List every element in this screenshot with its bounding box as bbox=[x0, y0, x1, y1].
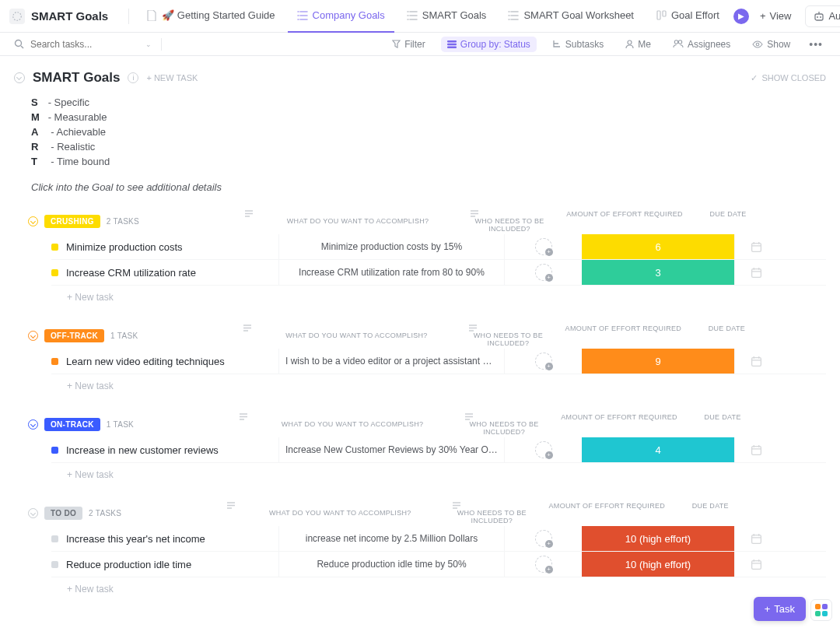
add-view-button[interactable]: + View bbox=[752, 6, 800, 26]
collapse-group[interactable] bbox=[28, 508, 38, 518]
cell-due-date[interactable] bbox=[734, 552, 777, 577]
cell-accomplish[interactable]: Increase New Customer Reviews by 30% Yea… bbox=[278, 437, 504, 462]
col-due[interactable]: DUE DATE bbox=[695, 413, 750, 436]
tab-company-goals[interactable]: Company Goals bbox=[288, 0, 394, 33]
assignees-button[interactable]: Assignees bbox=[667, 37, 737, 52]
cell-effort[interactable]: 10 (high effort) bbox=[582, 552, 734, 577]
tabs-scroll-right[interactable]: ▶ bbox=[733, 9, 749, 24]
new-task-top[interactable]: + NEW TASK bbox=[146, 73, 198, 82]
new-task-inline[interactable]: + New task bbox=[51, 463, 826, 480]
col-who[interactable]: WHO NEEDS TO BE INCLUDED? bbox=[453, 502, 530, 524]
tab-worksheet[interactable]: SMART Goal Worksheet bbox=[499, 0, 643, 33]
cell-accomplish[interactable]: increase net income by 2.5 Million Dolla… bbox=[278, 526, 504, 551]
task-row[interactable]: Learn new video editing techniques I wis… bbox=[51, 349, 826, 374]
col-effort[interactable]: AMOUNT OF EFFORT REQUIRED bbox=[543, 413, 695, 436]
collapse-group[interactable] bbox=[28, 331, 38, 341]
col-accomplish[interactable]: WHAT DO YOU WANT TO ACCOMPLISH? bbox=[227, 502, 453, 524]
svg-rect-12 bbox=[447, 46, 457, 48]
subtasks-button[interactable]: Subtasks bbox=[546, 37, 610, 52]
task-row[interactable]: Increase in new customer reviews Increas… bbox=[51, 437, 826, 463]
status-square[interactable] bbox=[51, 269, 58, 276]
cell-effort[interactable]: 9 bbox=[582, 349, 734, 374]
assignee-add[interactable] bbox=[535, 530, 552, 547]
task-row[interactable]: Increase CRM utilization rate Increase C… bbox=[51, 260, 826, 286]
cell-due-date[interactable] bbox=[734, 437, 777, 462]
cell-due-date[interactable] bbox=[734, 349, 777, 374]
status-square[interactable] bbox=[51, 358, 58, 365]
cell-accomplish[interactable]: Increase CRM utilization rate from 80 to… bbox=[278, 260, 504, 285]
board-icon bbox=[656, 10, 667, 21]
task-row[interactable]: Minimize production costs Minimize produ… bbox=[51, 234, 826, 260]
cell-effort[interactable]: 6 bbox=[582, 234, 734, 259]
assignee-add[interactable] bbox=[535, 441, 552, 458]
assignee-add[interactable] bbox=[535, 353, 552, 370]
col-due[interactable]: DUE DATE bbox=[699, 325, 754, 347]
cell-accomplish[interactable]: Minimize production costs by 15% bbox=[278, 234, 504, 259]
col-who[interactable]: WHO NEEDS TO BE INCLUDED? bbox=[465, 413, 543, 436]
search-expand[interactable]: ⌄ bbox=[145, 40, 152, 48]
assignee-add[interactable] bbox=[535, 556, 552, 573]
automate-button[interactable]: Automate bbox=[805, 5, 840, 27]
new-task-inline[interactable]: + New task bbox=[51, 577, 826, 595]
group-by-button[interactable]: Group by: Status bbox=[441, 37, 537, 52]
tab-getting-started[interactable]: 🚀 Getting Started Guide bbox=[137, 0, 284, 33]
show-closed-button[interactable]: ✓ SHOW CLOSED bbox=[751, 73, 826, 83]
search-input[interactable] bbox=[30, 39, 124, 50]
collapse-group[interactable] bbox=[28, 216, 38, 226]
status-square[interactable] bbox=[51, 447, 58, 454]
list-header: SMART Goals i + NEW TASK ✓ SHOW CLOSED bbox=[14, 70, 826, 86]
assignee-add[interactable] bbox=[535, 238, 552, 255]
cell-due-date[interactable] bbox=[734, 234, 777, 259]
cell-due-date[interactable] bbox=[734, 260, 777, 285]
col-who[interactable]: WHO NEEDS TO BE INCLUDED? bbox=[469, 325, 547, 347]
status-square[interactable] bbox=[51, 535, 58, 542]
cell-accomplish[interactable]: Reduce production idle time by 50% bbox=[278, 552, 504, 577]
col-accomplish[interactable]: WHAT DO YOU WANT TO ACCOMPLISH? bbox=[240, 413, 465, 436]
new-task-inline[interactable]: + New task bbox=[51, 374, 826, 391]
status-square[interactable] bbox=[51, 561, 58, 568]
tab-goal-effort[interactable]: Goal Effort bbox=[646, 0, 729, 33]
new-task-floating[interactable]: + Task bbox=[754, 597, 806, 621]
status-pill[interactable]: ON-TRACK bbox=[44, 418, 100, 431]
col-effort[interactable]: AMOUNT OF EFFORT REQUIRED bbox=[548, 210, 701, 233]
bot-icon bbox=[814, 11, 824, 22]
me-button[interactable]: Me bbox=[619, 37, 657, 52]
task-count: 2 TASKS bbox=[107, 217, 139, 226]
status-square[interactable] bbox=[51, 244, 58, 251]
new-task-inline[interactable]: + New task bbox=[51, 286, 826, 303]
assignee-add[interactable] bbox=[535, 264, 552, 281]
filter-button[interactable]: Filter bbox=[386, 37, 432, 52]
col-accomplish[interactable]: WHAT DO YOU WANT TO ACCOMPLISH? bbox=[243, 325, 469, 347]
col-due[interactable]: DUE DATE bbox=[683, 502, 737, 524]
tab-smart-goals[interactable]: SMART Goals bbox=[397, 0, 496, 33]
toolbar: ⌄ Filter Group by: Status Subtasks Me As… bbox=[0, 33, 840, 56]
users-icon bbox=[673, 40, 684, 48]
cell-due-date[interactable] bbox=[734, 526, 777, 551]
list-title: SMART Goals bbox=[33, 70, 120, 86]
status-pill[interactable]: OFF-TRACK bbox=[44, 329, 104, 342]
status-pill[interactable]: CRUSHING bbox=[44, 215, 100, 228]
col-effort[interactable]: AMOUNT OF EFFORT REQUIRED bbox=[530, 502, 683, 524]
cell-effort[interactable]: 10 (high effort) bbox=[582, 526, 734, 551]
task-row[interactable]: Reduce production idle time Reduce produ… bbox=[51, 552, 826, 577]
list-icon bbox=[407, 10, 418, 21]
more-menu[interactable]: ••• bbox=[806, 38, 826, 51]
cell-accomplish[interactable]: I wish to be a video editor or a project… bbox=[278, 349, 504, 374]
svg-rect-1 bbox=[657, 11, 660, 19]
collapse-list[interactable] bbox=[14, 72, 25, 83]
cell-effort[interactable]: 4 bbox=[582, 437, 734, 462]
col-effort[interactable]: AMOUNT OF EFFORT REQUIRED bbox=[547, 325, 699, 347]
status-group: TO DO 2 TASKS WHAT DO YOU WANT TO ACCOMP… bbox=[14, 502, 826, 595]
cell-effort[interactable]: 3 bbox=[582, 260, 734, 285]
col-accomplish[interactable]: WHAT DO YOU WANT TO ACCOMPLISH? bbox=[245, 210, 471, 233]
list-icon bbox=[508, 10, 519, 21]
col-due[interactable]: DUE DATE bbox=[701, 210, 755, 233]
collapse-group[interactable] bbox=[28, 419, 38, 430]
col-who[interactable]: WHO NEEDS TO BE INCLUDED? bbox=[471, 210, 548, 233]
show-button[interactable]: Show bbox=[746, 37, 796, 52]
status-pill[interactable]: TO DO bbox=[44, 507, 82, 520]
status-group: OFF-TRACK 1 TASK WHAT DO YOU WANT TO ACC… bbox=[14, 325, 826, 391]
task-row[interactable]: Increase this year's net income increase… bbox=[51, 526, 826, 552]
info-icon[interactable]: i bbox=[128, 72, 138, 83]
apps-launcher[interactable] bbox=[810, 599, 832, 621]
